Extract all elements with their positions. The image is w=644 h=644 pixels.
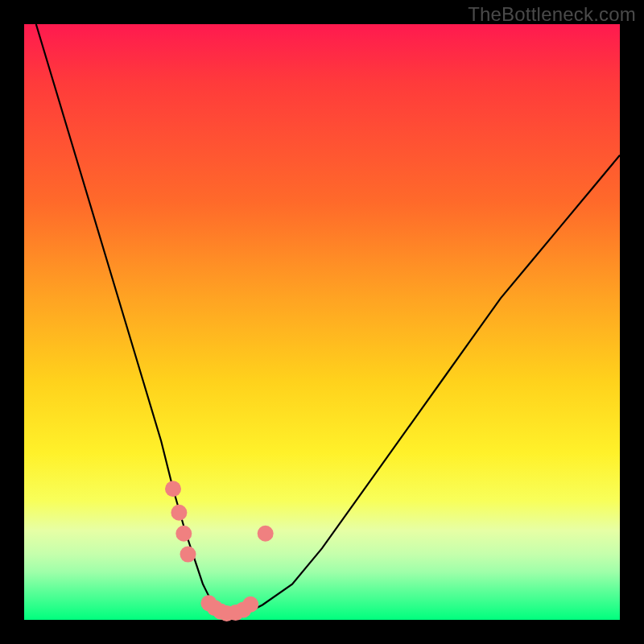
watermark-text: TheBottleneck.com bbox=[468, 3, 636, 26]
marker-dot bbox=[171, 505, 187, 521]
chart-frame: TheBottleneck.com bbox=[0, 0, 644, 644]
plot-area bbox=[24, 24, 620, 620]
marker-dot bbox=[258, 526, 274, 542]
marker-group bbox=[165, 481, 274, 621]
chart-svg bbox=[24, 24, 620, 620]
marker-dot bbox=[180, 547, 196, 563]
bottleneck-curve bbox=[36, 24, 620, 614]
marker-dot bbox=[242, 597, 258, 613]
marker-dot bbox=[175, 526, 192, 542]
marker-dot bbox=[165, 481, 181, 497]
